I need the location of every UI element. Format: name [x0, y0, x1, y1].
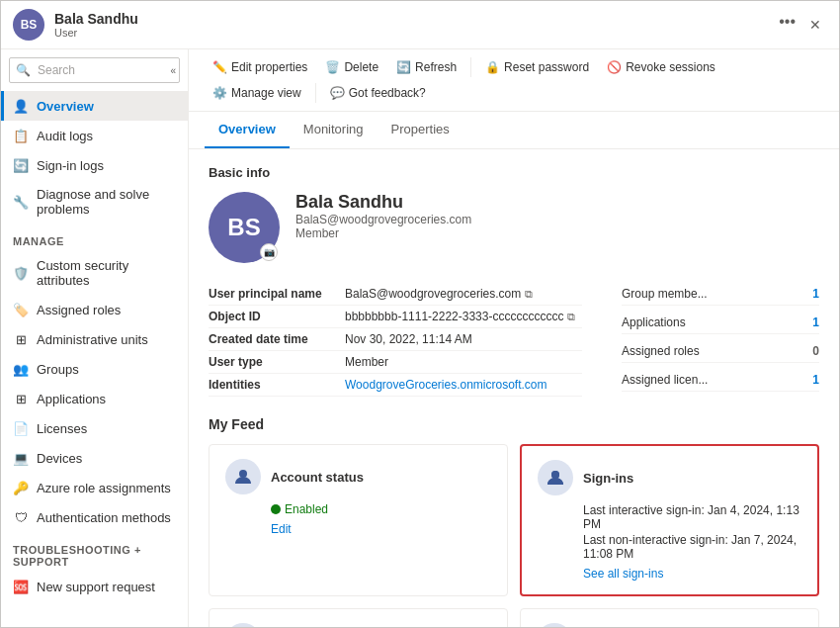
sidebar-label-audit: Audit logs — [37, 129, 93, 143]
stat-label-0: Group membe... — [622, 287, 708, 301]
stat-assigned-roles: Assigned roles 0 — [622, 340, 819, 363]
stat-label-3: Assigned licen... — [622, 373, 708, 387]
search-input[interactable] — [9, 57, 180, 83]
sidebar-item-signin-logs[interactable]: 🔄 Sign-in logs — [1, 150, 188, 180]
refresh-label: Refresh — [415, 60, 457, 74]
identities-row: Identities WoodgroveGroceries.onmicrosof… — [209, 374, 582, 397]
sidebar-item-devices[interactable]: 💻 Devices — [1, 443, 188, 473]
stat-value-0[interactable]: 1 — [812, 287, 819, 301]
account-status-header: Account status — [225, 459, 491, 494]
apps-icon: ⊞ — [13, 391, 29, 406]
b2b-header: B2B invitation — [225, 623, 491, 627]
titlebar: BS Bala Sandhu User ••• ✕ — [1, 1, 839, 49]
signins-title: Sign-ins — [583, 471, 633, 486]
tab-monitoring[interactable]: Monitoring — [290, 112, 378, 148]
toolbar-separator-1 — [470, 57, 471, 77]
close-button[interactable]: ✕ — [803, 13, 827, 37]
shield-icon: 🛡️ — [13, 265, 29, 281]
feedback-button[interactable]: 💬 Got feedback? — [322, 81, 434, 105]
signins-header: Sign-ins — [538, 460, 801, 495]
feed-card-account-status: Account status Enabled Edit — [209, 444, 508, 596]
basic-info-section: BS 📷 Bala Sandhu BalaS@woodgrovegrocerie… — [209, 192, 819, 263]
refresh-icon: 🔄 — [396, 60, 411, 74]
feed-grid: Account status Enabled Edit — [209, 444, 819, 627]
wrench-icon: 🔧 — [13, 194, 29, 210]
license-icon: 📄 — [13, 420, 29, 436]
identities-label: Identities — [209, 378, 337, 392]
more-options-button[interactable]: ••• — [779, 13, 796, 37]
sidebar-item-applications[interactable]: ⊞ Applications — [1, 384, 188, 413]
stat-group-members: Group membe... 1 — [622, 283, 819, 306]
main-layout: 🔍 « 👤 Overview 📋 Audit logs 🔄 Sign-in lo… — [1, 49, 839, 627]
sidebar-item-auth-methods[interactable]: 🛡 Authentication methods — [1, 502, 188, 532]
b2b-icon — [225, 623, 261, 627]
toolbar: ✏️ Edit properties 🗑️ Delete 🔄 Refresh 🔒… — [189, 49, 839, 112]
feed-card-signins: Sign-ins Last interactive sign-in: Jan 4… — [520, 444, 819, 596]
support-icon: 🆘 — [13, 579, 29, 594]
sidebar-label-assigned-roles: Assigned roles — [37, 303, 121, 317]
sidebar-item-custom-security[interactable]: 🛡️ Custom security attributes — [1, 251, 188, 295]
usertype-row: User type Member — [209, 351, 582, 374]
tab-properties[interactable]: Properties — [378, 112, 463, 148]
sidebar: 🔍 « 👤 Overview 📋 Audit logs 🔄 Sign-in lo… — [1, 49, 189, 627]
delete-button[interactable]: 🗑️ Delete — [317, 55, 386, 79]
sidebar-item-support[interactable]: 🆘 New support request — [1, 572, 188, 601]
sidebar-item-groups[interactable]: 👥 Groups — [1, 354, 188, 384]
status-dot — [271, 504, 281, 514]
sidebar-item-overview[interactable]: 👤 Overview — [1, 91, 188, 121]
sidebar-label-admin-units: Administrative units — [37, 332, 148, 347]
person-badge-icon: 🏷️ — [13, 302, 29, 317]
my-feed-title: My Feed — [209, 416, 819, 432]
key-icon: 🔑 — [13, 480, 29, 495]
feedback-icon: 💬 — [330, 86, 345, 100]
sidebar-label-devices: Devices — [37, 451, 82, 466]
tab-overview[interactable]: Overview — [205, 112, 290, 148]
info-fields-col: User principal name BalaS@woodgrovegroce… — [209, 283, 582, 397]
signins-icon — [538, 460, 573, 495]
account-status-icon — [225, 459, 261, 494]
svg-point-0 — [239, 470, 247, 478]
objectid-copy-icon[interactable]: ⧉ — [567, 311, 575, 323]
avatar-edit-button[interactable]: 📷 — [260, 243, 278, 261]
edit-icon: ✏️ — [212, 60, 227, 74]
collapse-icon[interactable]: « — [170, 65, 176, 76]
signins-link[interactable]: See all sign-ins — [538, 567, 801, 581]
stat-value-3[interactable]: 1 — [812, 373, 819, 387]
sidebar-label-azure-roles: Azure role assignments — [37, 481, 171, 495]
stats-col: Group membe... 1 Applications 1 Assigned… — [622, 283, 819, 397]
edit-properties-button[interactable]: ✏️ Edit properties — [205, 55, 315, 79]
people-icon: 👥 — [13, 361, 29, 377]
stat-label-2: Assigned roles — [622, 344, 700, 358]
titlebar-name: Bala Sandhu — [54, 11, 779, 27]
signin-logs-icon: 🔄 — [13, 157, 29, 173]
refresh-button[interactable]: 🔄 Refresh — [388, 55, 464, 79]
sidebar-item-diagnose[interactable]: 🔧 Diagnose and solve problems — [1, 180, 188, 224]
user-avatar: BS 📷 — [209, 192, 280, 263]
reset-password-button[interactable]: 🔒 Reset password — [477, 55, 597, 79]
account-status-edit-link[interactable]: Edit — [225, 522, 491, 536]
upn-copy-icon[interactable]: ⧉ — [525, 288, 533, 301]
manage-section-label: Manage — [1, 224, 188, 251]
stat-value-1[interactable]: 1 — [812, 315, 819, 329]
shield-check-icon: 🛡 — [13, 509, 29, 525]
manage-view-button[interactable]: ⚙️ Manage view — [205, 81, 309, 105]
svg-point-2 — [551, 471, 559, 479]
titlebar-actions: ••• ✕ — [779, 13, 827, 37]
sidebar-item-audit-logs[interactable]: 📋 Audit logs — [1, 121, 188, 150]
usertype-label: User type — [209, 355, 337, 369]
stat-value-2[interactable]: 0 — [812, 344, 819, 358]
delete-icon: 🗑️ — [325, 60, 340, 74]
upn-label: User principal name — [209, 287, 337, 301]
identities-link[interactable]: WoodgroveGroceries.onmicrosoft.com — [345, 378, 547, 392]
objectid-label: Object ID — [209, 310, 337, 323]
sidebar-label-applications: Applications — [37, 392, 106, 406]
user-name: Bala Sandhu — [295, 192, 819, 213]
mfa-icon — [537, 623, 572, 627]
sidebar-item-admin-units[interactable]: ⊞ Administrative units — [1, 324, 188, 354]
sidebar-item-licenses[interactable]: 📄 Licenses — [1, 413, 188, 443]
sidebar-item-assigned-roles[interactable]: 🏷️ Assigned roles — [1, 295, 188, 324]
sidebar-item-azure-roles[interactable]: 🔑 Azure role assignments — [1, 473, 188, 502]
revoke-sessions-button[interactable]: 🚫 Revoke sessions — [599, 55, 723, 79]
list-icon: 📋 — [13, 128, 29, 143]
grid-icon: ⊞ — [13, 331, 29, 347]
